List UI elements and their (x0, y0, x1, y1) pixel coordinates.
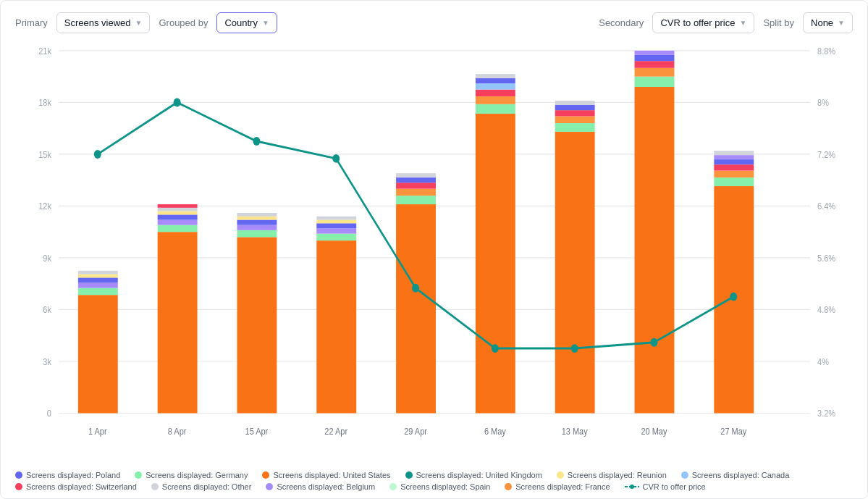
svg-rect-43 (316, 240, 356, 413)
svg-rect-79 (714, 155, 754, 159)
svg-rect-36 (158, 204, 198, 208)
svg-rect-38 (237, 230, 277, 238)
svg-rect-80 (714, 151, 754, 155)
svg-text:1 Apr: 1 Apr (88, 426, 107, 437)
svg-text:27 May: 27 May (720, 426, 747, 437)
svg-rect-63 (555, 123, 595, 132)
svg-text:20 May: 20 May (641, 426, 667, 437)
chart-canvas: 21k 18k 15k 12k 9k 6k 3k 0 8.8% 8% 7.2% … (15, 42, 853, 465)
line-dot-27may (730, 293, 737, 301)
line-dot-6may (492, 344, 499, 353)
svg-rect-75 (714, 177, 754, 186)
svg-text:3.2%: 3.2% (817, 408, 835, 419)
svg-text:15k: 15k (38, 149, 52, 160)
secondary-select[interactable]: CVR to offer price ▼ (652, 12, 754, 33)
svg-text:8%: 8% (817, 97, 829, 108)
secondary-value: CVR to offer price (660, 17, 735, 28)
split-by-label: Split by (763, 17, 794, 28)
line-dot-1apr (94, 150, 101, 159)
split-by-value: None (811, 17, 833, 28)
split-by-chevron-icon: ▼ (838, 19, 845, 27)
svg-text:8 Apr: 8 Apr (168, 426, 187, 437)
legend-item-us: Screens displayed: United States (262, 471, 390, 479)
svg-rect-65 (555, 110, 595, 116)
svg-rect-77 (714, 164, 754, 170)
legend-label-cvr: CVR to offer price (643, 482, 706, 491)
line-dot-15apr (253, 137, 260, 146)
svg-rect-78 (714, 159, 754, 164)
svg-rect-33 (158, 214, 198, 219)
legend-label-other: Screens displayed: Other (162, 482, 252, 491)
svg-rect-27 (78, 277, 118, 282)
legend-dot-belgium (266, 483, 273, 490)
svg-rect-53 (396, 177, 436, 183)
svg-rect-24 (78, 295, 118, 413)
legend-item-canada: Screens displayed: Canada (681, 471, 790, 479)
primary-label: Primary (15, 17, 48, 28)
svg-rect-52 (396, 183, 436, 188)
svg-rect-25 (78, 288, 118, 295)
legend-item-reunion: Screens displayed: Reunion (557, 471, 667, 479)
svg-rect-47 (316, 220, 356, 224)
primary-value: Screens viewed (64, 17, 131, 28)
legend-label-reunion: Screens displayed: Reunion (568, 471, 667, 479)
svg-text:18k: 18k (38, 97, 52, 108)
svg-rect-29 (78, 271, 118, 274)
svg-text:15 Apr: 15 Apr (245, 426, 269, 437)
svg-rect-49 (396, 204, 436, 413)
legend-label-belgium: Screens displayed: Belgium (277, 482, 375, 491)
svg-rect-66 (555, 105, 595, 110)
legend-dot-france (505, 483, 512, 490)
legend-item-uk: Screens displayed: United Kingdom (405, 471, 542, 479)
main-container: Primary Screens viewed ▼ Grouped by Coun… (0, 0, 868, 499)
svg-rect-61 (476, 74, 515, 78)
svg-rect-28 (78, 274, 118, 278)
svg-text:8.8%: 8.8% (817, 46, 835, 56)
svg-rect-54 (396, 173, 436, 177)
svg-rect-56 (476, 104, 515, 114)
line-dot-29apr (412, 284, 419, 293)
svg-rect-37 (237, 237, 277, 413)
primary-select[interactable]: Screens viewed ▼ (56, 12, 151, 33)
svg-text:4%: 4% (817, 356, 829, 367)
svg-rect-68 (635, 87, 675, 414)
svg-rect-44 (316, 234, 356, 241)
svg-rect-51 (396, 189, 436, 196)
legend-dot-spain (389, 483, 397, 490)
legend-dot-other (151, 483, 159, 490)
split-by-select[interactable]: None ▼ (803, 12, 853, 33)
legend-dot-switzerland (15, 483, 22, 490)
chart-legend: Screens displayed: Poland Screens displa… (15, 465, 853, 491)
legend-item-other: Screens displayed: Other (151, 482, 252, 491)
svg-text:13 May: 13 May (562, 426, 589, 437)
svg-rect-50 (396, 196, 436, 204)
legend-label-uk: Screens displayed: United Kingdom (416, 471, 542, 479)
line-dot-22apr (332, 154, 340, 163)
svg-rect-55 (476, 114, 515, 414)
svg-rect-58 (476, 90, 515, 97)
grouped-by-select[interactable]: Country ▼ (216, 12, 277, 33)
legend-dot-canada (681, 471, 688, 479)
svg-text:9k: 9k (43, 253, 51, 264)
legend-item-belgium: Screens displayed: Belgium (266, 482, 375, 491)
secondary-chevron-icon: ▼ (739, 19, 746, 27)
svg-rect-60 (476, 78, 515, 83)
svg-rect-70 (635, 68, 675, 77)
line-dot-20may (650, 338, 657, 347)
primary-chevron-icon: ▼ (135, 19, 143, 27)
legend-dot-uk (405, 471, 413, 479)
chart-area: 21k 18k 15k 12k 9k 6k 3k 0 8.8% 8% 7.2% … (15, 42, 853, 491)
legend-item-france: Screens displayed: France (505, 482, 610, 491)
legend-dot-us (262, 471, 269, 479)
legend-label-germany: Screens displayed: Germany (146, 471, 248, 479)
svg-text:3k: 3k (43, 356, 51, 367)
svg-rect-41 (237, 217, 277, 220)
svg-rect-76 (714, 171, 754, 178)
svg-rect-69 (635, 77, 675, 87)
svg-text:21k: 21k (38, 46, 52, 56)
svg-rect-67 (555, 101, 595, 105)
svg-point-91 (630, 485, 634, 489)
svg-text:6 May: 6 May (484, 426, 507, 437)
legend-item-switzerland: Screens displayed: Switzerland (15, 482, 137, 491)
svg-rect-59 (476, 83, 515, 89)
